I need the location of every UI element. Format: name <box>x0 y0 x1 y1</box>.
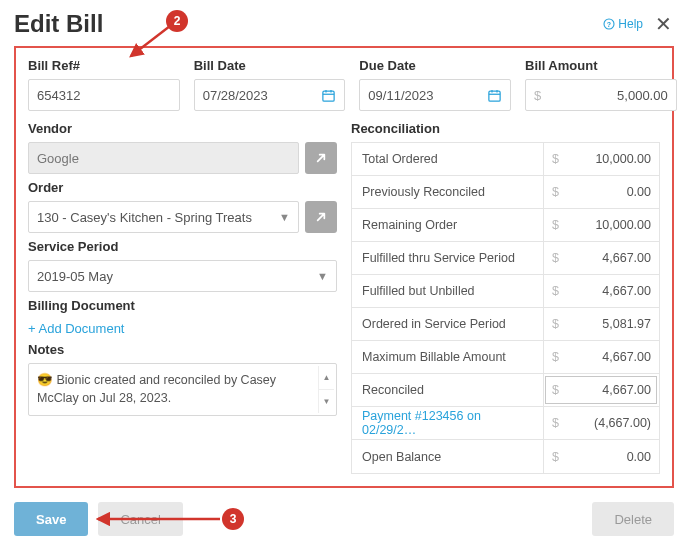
calendar-icon[interactable] <box>487 88 502 103</box>
reconciliation-title: Reconciliation <box>351 121 660 136</box>
bill-ref-input[interactable]: 654312 <box>28 79 180 111</box>
bill-amount-input[interactable]: $ 5,000.00 <box>525 79 677 111</box>
annotation-badge-2: 2 <box>166 10 188 32</box>
save-button[interactable]: Save <box>14 502 88 536</box>
bill-ref-label: Bill Ref# <box>28 58 180 73</box>
recon-row: Open Balance$0.00 <box>352 440 659 473</box>
chevron-down-icon: ▼ <box>317 270 328 282</box>
notes-label: Notes <box>28 342 337 357</box>
svg-text:?: ? <box>607 21 611 28</box>
recon-row-label: Open Balance <box>352 440 543 473</box>
service-period-label: Service Period <box>28 239 337 254</box>
recon-row-label: Reconciled <box>352 374 543 406</box>
notes-stepper[interactable]: ▲▼ <box>318 366 334 413</box>
vendor-input: Google <box>28 142 299 174</box>
recon-row: Maximum Billable Amount$4,667.00 <box>352 341 659 374</box>
billing-doc-label: Billing Document <box>28 298 337 313</box>
svg-rect-6 <box>489 91 500 101</box>
recon-row-value: $10,000.00 <box>543 143 659 175</box>
recon-row-label: Ordered in Service Period <box>352 308 543 340</box>
recon-row-value: $5,081.97 <box>543 308 659 340</box>
reconciliation-table: Total Ordered$10,000.00Previously Reconc… <box>351 142 660 474</box>
recon-row-label: Remaining Order <box>352 209 543 241</box>
recon-row-label: Fulfilled thru Service Period <box>352 242 543 274</box>
recon-row: Payment #123456 on 02/29/2…$(4,667.00) <box>352 407 659 440</box>
delete-button[interactable]: Delete <box>592 502 674 536</box>
open-vendor-icon[interactable] <box>305 142 337 174</box>
help-icon: ? <box>603 18 615 30</box>
recon-row-label: Total Ordered <box>352 143 543 175</box>
cancel-button[interactable]: Cancel <box>98 502 182 536</box>
recon-row: Ordered in Service Period$5,081.97 <box>352 308 659 341</box>
calendar-icon[interactable] <box>321 88 336 103</box>
recon-row-label: Maximum Billable Amount <box>352 341 543 373</box>
recon-row-link[interactable]: Payment #123456 on 02/29/2… <box>352 407 543 439</box>
vendor-label: Vendor <box>28 121 337 136</box>
open-order-icon[interactable] <box>305 201 337 233</box>
recon-row: Reconciled$4,667.00 <box>352 374 659 407</box>
notes-input[interactable]: 😎 Bionic created and reconciled by Casey… <box>28 363 337 416</box>
bill-amount-label: Bill Amount <box>525 58 677 73</box>
add-document-link[interactable]: + Add Document <box>28 321 337 336</box>
recon-row-value[interactable]: $4,667.00 <box>543 374 659 406</box>
recon-row-label: Previously Reconciled <box>352 176 543 208</box>
recon-row: Fulfilled but Unbilled$4,667.00 <box>352 275 659 308</box>
order-select[interactable]: 130 - Casey's Kitchen - Spring Treats ▼ <box>28 201 299 233</box>
recon-row-value: $4,667.00 <box>543 275 659 307</box>
order-label: Order <box>28 180 337 195</box>
due-date-input[interactable]: 09/11/2023 <box>359 79 511 111</box>
recon-row: Total Ordered$10,000.00 <box>352 143 659 176</box>
bill-date-input[interactable]: 07/28/2023 <box>194 79 346 111</box>
recon-row-value: $4,667.00 <box>543 242 659 274</box>
help-label: Help <box>618 17 643 31</box>
recon-row: Fulfilled thru Service Period$4,667.00 <box>352 242 659 275</box>
help-link[interactable]: ? Help <box>603 17 643 31</box>
annotation-badge-3: 3 <box>222 508 244 530</box>
page-title: Edit Bill <box>14 10 103 38</box>
recon-row-value: $0.00 <box>543 176 659 208</box>
close-icon[interactable]: ✕ <box>653 12 674 36</box>
recon-row-label: Fulfilled but Unbilled <box>352 275 543 307</box>
recon-row-value: $(4,667.00) <box>543 407 659 439</box>
recon-row-value: $10,000.00 <box>543 209 659 241</box>
svg-rect-2 <box>323 91 334 101</box>
recon-row: Remaining Order$10,000.00 <box>352 209 659 242</box>
bill-date-label: Bill Date <box>194 58 346 73</box>
form-outline: Bill Ref# 654312 Bill Date 07/28/2023 Du… <box>14 46 674 488</box>
recon-row: Previously Reconciled$0.00 <box>352 176 659 209</box>
due-date-label: Due Date <box>359 58 511 73</box>
chevron-down-icon: ▼ <box>279 211 290 223</box>
recon-row-value: $4,667.00 <box>543 341 659 373</box>
recon-row-value: $0.00 <box>543 440 659 473</box>
service-period-select[interactable]: 2019-05 May ▼ <box>28 260 337 292</box>
